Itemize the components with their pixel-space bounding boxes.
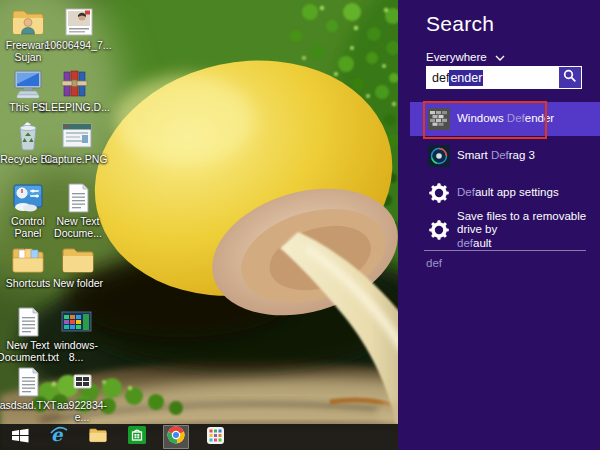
google-chrome-icon <box>167 426 185 448</box>
desktop-icon-label: Capture.PNG <box>44 153 107 165</box>
desktop-icon-label: SLEEPING.D... <box>38 101 110 113</box>
results-divider <box>424 250 586 251</box>
desktop-icon-label: 10606494_7... <box>44 39 111 51</box>
search-input[interactable]: defender <box>426 66 582 89</box>
desktop-icon-capture-png[interactable]: Capture.PNG <box>48 120 104 165</box>
search-scope-label: Everywhere <box>426 51 487 63</box>
desktop-icon-control-panel[interactable]: Control Panel <box>0 182 56 240</box>
computer-icon <box>10 68 46 100</box>
taskbar-app-grid-button[interactable] <box>202 425 228 449</box>
desktop-icon-label: New Text Docume... <box>50 215 106 240</box>
app-window-icon <box>64 366 100 398</box>
folder-icon <box>60 244 96 276</box>
search-result-label: Smart Defrag 3 <box>457 149 535 163</box>
desktop-icon-label: Control Panel <box>0 215 56 240</box>
search-result-windows-defender[interactable]: Windows Defender <box>410 102 600 136</box>
smart-defrag-icon <box>428 145 450 167</box>
gear-icon <box>428 182 450 204</box>
search-result-label: Save files to a removable drive bydefaul… <box>457 210 600 251</box>
image-file-icon <box>58 120 94 152</box>
desktop-icon-label: New folder <box>53 277 103 289</box>
taskbar-windows-store-button[interactable] <box>124 425 150 449</box>
search-input-selected-suggestion: ender <box>449 70 483 86</box>
desktop-icon-label: Shortcuts <box>6 277 50 289</box>
desktop-icon-freeware-sujan[interactable]: Freeware Sujan <box>0 6 56 64</box>
search-charm-panel: Search Everywhere defender Windows Defen… <box>398 0 600 450</box>
magnifier-icon <box>563 69 577 87</box>
search-result-label: Windows Defender <box>457 112 554 126</box>
photo-file-icon <box>60 6 96 38</box>
desktop-icon-new-text-docume[interactable]: New Text Docume... <box>50 182 106 240</box>
desktop-icon-aa922834[interactable]: aa922834-e... <box>54 366 110 424</box>
desktop-icon-label: windows-8... <box>48 339 104 364</box>
taskbar-file-explorer-button[interactable] <box>85 425 111 449</box>
desktop-screen: Freeware Sujan 10606494_7... This PC SLE… <box>0 0 600 450</box>
desktop-icon-new-folder[interactable]: New folder <box>50 244 106 289</box>
search-scope-selector[interactable]: Everywhere <box>426 51 505 63</box>
desktop-icon-shortcuts[interactable]: Shortcuts <box>0 244 56 289</box>
shared-folder-icon <box>10 6 46 38</box>
windows-logo-icon <box>12 427 29 448</box>
taskbar-internet-explorer-button[interactable]: e <box>46 425 72 449</box>
text-file-icon <box>60 182 96 214</box>
windows-store-icon <box>128 426 146 448</box>
folder-icon <box>88 426 108 448</box>
text-file-icon <box>10 366 46 398</box>
desktop-icon-sleeping-rar[interactable]: SLEEPING.D... <box>46 68 102 113</box>
search-history-term[interactable]: def <box>426 257 442 269</box>
app-grid-icon <box>207 427 224 448</box>
internet-explorer-icon: e <box>49 425 69 449</box>
windows-defender-icon <box>428 108 450 130</box>
page-title: Search <box>426 12 494 36</box>
start-button[interactable] <box>7 425 33 449</box>
folder-with-files-icon <box>10 244 46 276</box>
desktop-icon-asdsad-txt[interactable]: asdsad.TXT <box>0 366 56 411</box>
search-result-default-app-settings[interactable]: Default app settings <box>410 176 600 210</box>
gear-icon <box>428 219 450 241</box>
screenshot-file-icon <box>58 306 94 338</box>
search-result-smart-defrag-3[interactable]: Smart Defrag 3 <box>410 139 600 173</box>
taskbar-google-chrome-button[interactable] <box>163 425 189 449</box>
desktop-icon-windows-8-image[interactable]: windows-8... <box>48 306 104 364</box>
desktop-icon-label: aa922834-e... <box>54 399 110 424</box>
search-result-save-files-removable-drive[interactable]: Save files to a removable drive bydefaul… <box>410 208 600 252</box>
desktop-icon-label: asdsad.TXT <box>0 399 56 411</box>
chevron-down-icon <box>495 51 505 63</box>
recycle-bin-icon <box>10 120 46 152</box>
search-input-typed-text: def <box>432 71 449 85</box>
desktop-icon-photo-file[interactable]: 10606494_7... <box>50 6 106 51</box>
rar-archive-icon <box>56 68 92 100</box>
search-button[interactable] <box>559 67 581 88</box>
control-panel-icon <box>10 182 46 214</box>
text-file-icon <box>10 306 46 338</box>
search-result-label: Default app settings <box>457 186 559 200</box>
